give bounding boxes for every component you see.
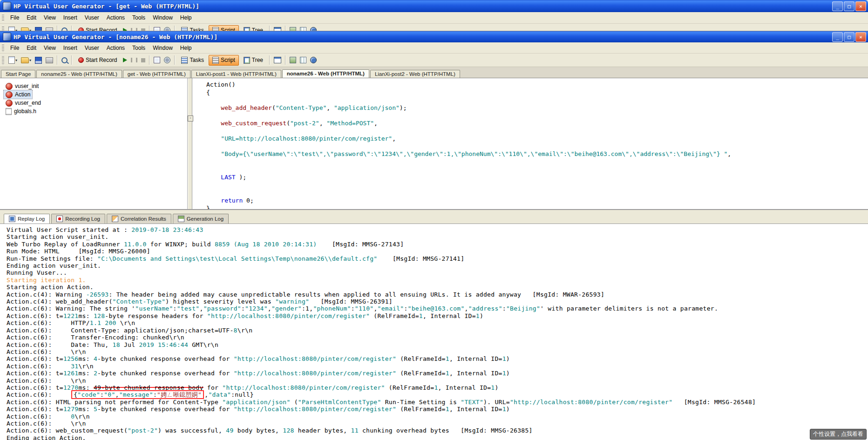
open-icon[interactable]: ▾ (19, 55, 33, 65)
tab-lianxi-post2-web-http-html-[interactable]: LianXi-post2 - Web (HTTP/HTML) (370, 70, 460, 78)
tab-replay-log[interactable]: Replay Log (4, 214, 50, 223)
new-script-icon[interactable]: ▾ (7, 54, 19, 66)
tree-item-action[interactable]: Action (4, 90, 32, 99)
menu-window[interactable]: Window (149, 14, 176, 22)
show-grid-icon[interactable] (298, 55, 308, 65)
menu-tools[interactable]: Tools (129, 44, 149, 52)
test-results-icon[interactable] (288, 25, 298, 31)
test-results-icon[interactable] (288, 55, 298, 65)
menu-actions[interactable]: Actions (103, 14, 129, 22)
maximize-button[interactable] (844, 32, 854, 42)
close-button[interactable] (855, 1, 866, 11)
tree-item-globals-h[interactable]: globals.h (4, 107, 38, 115)
dropdown-arrow-icon[interactable]: ▾ (29, 58, 31, 62)
menu-insert[interactable]: Insert (60, 44, 81, 52)
snapshot-pane-icon[interactable] (272, 25, 283, 31)
snapshot-pane-icon[interactable] (272, 55, 283, 65)
compile-icon[interactable] (152, 55, 162, 65)
runtime-settings-icon[interactable] (162, 55, 172, 65)
code-editor[interactable]: Action(){ web_add_header("Content-Type",… (192, 78, 868, 209)
maximize-button[interactable] (844, 1, 854, 11)
log-line: Run Mode: HTML [MsgId: MMSG-26000] (7, 248, 868, 255)
print-icon[interactable] (44, 55, 55, 65)
menu-vuser[interactable]: Vuser (81, 44, 103, 52)
toolbar-grip[interactable] (2, 55, 4, 65)
popup-tip[interactable]: 个性设置，点我看看 (810, 429, 867, 440)
open-icon (21, 27, 29, 32)
menu-view[interactable]: View (40, 14, 60, 22)
titlebar-noname26[interactable]: HP Virtual User Generator - [noname26 - … (0, 31, 868, 42)
search-icon[interactable] (60, 55, 69, 65)
splitter[interactable]: - (188, 78, 192, 209)
toolbar-separator (57, 26, 58, 31)
menu-actions[interactable]: Actions (103, 44, 129, 52)
runtime-settings-icon[interactable] (162, 25, 172, 31)
save-icon[interactable] (33, 55, 44, 66)
tab-lianxi-post1-web-http-html-[interactable]: LianXi-post1 - Web (HTTP/HTML) (191, 70, 281, 78)
menu-tools[interactable]: Tools (129, 14, 149, 22)
tab-generation-log[interactable]: Generation Log (173, 214, 229, 223)
tab-get-web-http-html-[interactable]: get - Web (HTTP/HTML) (123, 70, 190, 78)
stop-icon[interactable] (139, 56, 147, 64)
menu-insert[interactable]: Insert (60, 14, 81, 22)
minimize-button[interactable] (832, 1, 843, 11)
menu-vuser[interactable]: Vuser (81, 14, 103, 22)
pause-icon (131, 58, 137, 62)
new-script-icon[interactable]: ▾ (7, 25, 19, 31)
toolbar-grip[interactable] (2, 26, 4, 31)
toolbar-noname26: ▾▾Start RecordTasksScriptTree (0, 54, 868, 67)
tree-item-vuser-init[interactable]: vuser_init (4, 82, 41, 90)
menu-file[interactable]: File (7, 44, 23, 52)
start-record-button[interactable]: Start Record (75, 55, 121, 65)
menu-file[interactable]: File (7, 14, 23, 22)
tree-item-vuser-end[interactable]: vuser_end (4, 99, 43, 107)
tab-start-page[interactable]: Start Page (1, 70, 35, 78)
collapse-handle-icon[interactable]: - (188, 115, 193, 122)
menu-edit[interactable]: Edit (23, 44, 40, 52)
tasks-button[interactable]: Tasks (177, 55, 208, 66)
tab-correlation-results[interactable]: Correlation Results (107, 214, 171, 223)
script-view-button[interactable]: Script (209, 55, 239, 66)
search-icon[interactable] (60, 26, 69, 32)
window-title: HP Virtual User Generator - [get - Web (… (14, 3, 199, 10)
print-icon[interactable] (44, 26, 55, 32)
script-view-button[interactable]: Script (209, 25, 239, 32)
close-button[interactable] (855, 32, 866, 42)
menu-help[interactable]: Help (176, 14, 196, 22)
tree-view-button[interactable]: Tree (240, 25, 267, 32)
text-segment: , (392, 135, 396, 142)
compile-icon[interactable] (152, 25, 162, 31)
stop-icon[interactable] (139, 27, 147, 32)
pause-icon[interactable] (129, 56, 139, 64)
replay-log[interactable]: Virtual User Script started at : 2019-07… (0, 224, 868, 440)
tab-noname26-web-http-html-[interactable]: noname26 - Web (HTTP/HTML) (282, 69, 369, 78)
tasks-button[interactable]: Tasks (177, 25, 208, 32)
help-icon[interactable] (308, 25, 319, 31)
menu-view[interactable]: View (40, 44, 60, 52)
run-icon[interactable] (121, 26, 129, 31)
save-icon[interactable] (33, 25, 44, 32)
show-grid-icon[interactable] (298, 25, 308, 31)
text-segment: ms: (78, 355, 94, 362)
start-record-button[interactable]: Start Record (75, 25, 121, 31)
menu-edit[interactable]: Edit (23, 14, 40, 22)
tasks-button-label: Tasks (190, 27, 204, 31)
text-segment: 8 (234, 327, 237, 334)
minimize-button[interactable] (832, 32, 843, 42)
tree-view-button[interactable]: Tree (240, 55, 267, 66)
tab-noname25-web-http-html-[interactable]: noname25 - Web (HTTP/HTML) (36, 70, 122, 78)
menubar-grip[interactable] (2, 44, 4, 51)
menubar-grip[interactable] (2, 14, 4, 22)
titlebar-get[interactable]: HP Virtual User Generator - [get - Web (… (0, 0, 868, 12)
open-icon[interactable]: ▾ (19, 26, 33, 32)
menu-window[interactable]: Window (149, 44, 176, 52)
dropdown-arrow-icon[interactable]: ▾ (15, 58, 17, 62)
text-segment: Action.c(6): web_custom_request( (7, 427, 128, 434)
text-segment: \r\n (75, 413, 90, 420)
help-icon[interactable] (308, 55, 319, 65)
run-icon[interactable] (121, 56, 129, 64)
text-segment: [MsgId: MMSG-27143] (317, 241, 404, 248)
tab-recording-log[interactable]: Recording Log (51, 214, 105, 223)
menu-help[interactable]: Help (176, 44, 196, 52)
pause-icon[interactable] (129, 26, 139, 31)
